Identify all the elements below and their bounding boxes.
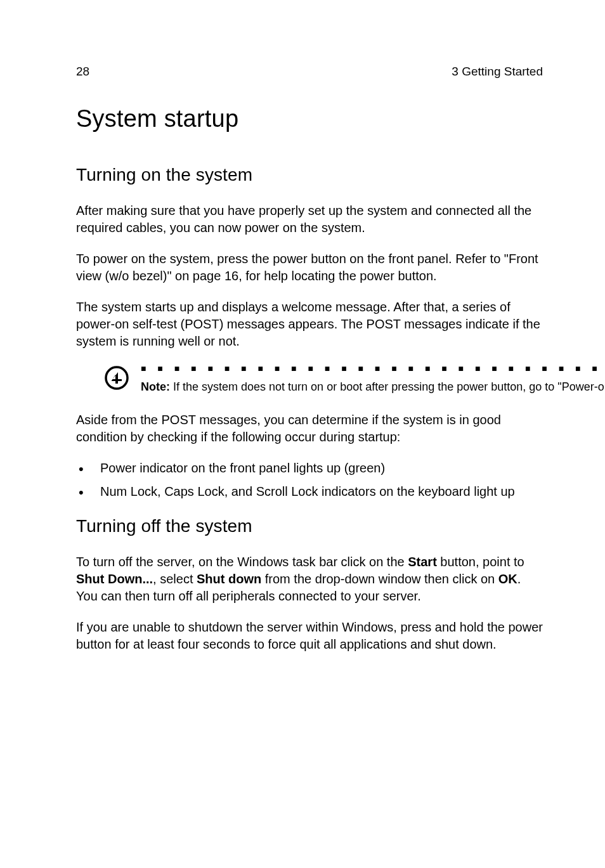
note-callout: ■ ■ ■ ■ ■ ■ ■ ■ ■ ■ ■ ■ ■ ■ ■ ■ ■ ■ ■ ■ … xyxy=(76,364,543,395)
text-run: , select xyxy=(153,572,197,586)
ui-term-shutdown-menu: Shut Down... xyxy=(76,572,153,586)
page-title: System startup xyxy=(76,103,543,135)
note-text: Note: If the system does not turn on or … xyxy=(141,379,605,394)
ui-term-shutdown: Shut down xyxy=(197,572,261,586)
body-paragraph: To turn off the server, on the Windows t… xyxy=(76,554,543,605)
note-icon xyxy=(104,365,129,395)
ui-term-start: Start xyxy=(408,555,437,569)
bullet-list: Power indicator on the front panel light… xyxy=(76,460,543,500)
note-label: Note: xyxy=(141,380,170,393)
page-number: 28 xyxy=(76,63,89,80)
text-run: from the drop-down window then click on xyxy=(261,572,498,586)
body-paragraph: If you are unable to shutdown the server… xyxy=(76,619,543,653)
note-content: If the system does not turn on or boot a… xyxy=(170,380,605,393)
body-paragraph: Aside from the POST messages, you can de… xyxy=(76,411,543,446)
dotted-rule: ■ ■ ■ ■ ■ ■ ■ ■ ■ ■ ■ ■ ■ ■ ■ ■ ■ ■ ■ ■ … xyxy=(141,364,605,373)
ui-term-ok: OK xyxy=(498,572,517,586)
chapter-label: 3 Getting Started xyxy=(452,63,543,80)
text-run: To turn off the server, on the Windows t… xyxy=(76,555,408,569)
list-item: Num Lock, Caps Lock, and Scroll Lock ind… xyxy=(76,483,543,500)
list-item: Power indicator on the front panel light… xyxy=(76,460,543,477)
body-paragraph: The system starts up and displays a welc… xyxy=(76,299,543,350)
body-paragraph: To power on the system, press the power … xyxy=(76,250,543,285)
text-run: button, point to xyxy=(437,555,524,569)
body-paragraph: After making sure that you have properly… xyxy=(76,202,543,236)
section-heading-turning-on: Turning on the system xyxy=(76,163,543,187)
section-heading-turning-off: Turning off the system xyxy=(76,514,543,538)
page-header: 28 3 Getting Started xyxy=(76,63,543,80)
note-body: ■ ■ ■ ■ ■ ■ ■ ■ ■ ■ ■ ■ ■ ■ ■ ■ ■ ■ ■ ■ … xyxy=(141,364,605,394)
